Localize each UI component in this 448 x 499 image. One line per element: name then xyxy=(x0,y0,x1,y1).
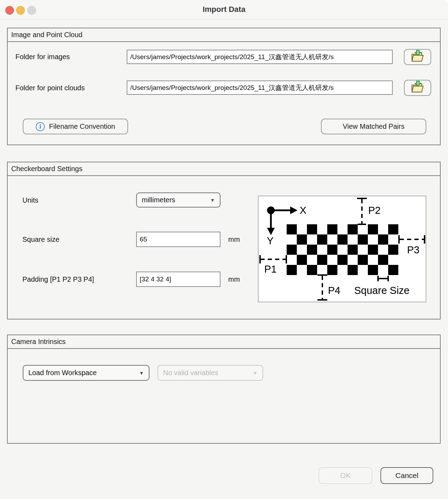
intrinsics-variables-dropdown: No valid variables ▼ xyxy=(158,365,263,381)
checkerboard-pattern xyxy=(287,224,398,275)
folder-point-clouds-input[interactable] xyxy=(127,80,393,95)
p4-label: P4 xyxy=(328,285,340,296)
cancel-button[interactable]: Cancel xyxy=(380,467,433,484)
x-axis-label: X xyxy=(300,205,306,216)
ok-button-label: OK xyxy=(340,471,351,480)
square-size-input[interactable] xyxy=(136,232,220,247)
p2-label: P2 xyxy=(368,205,380,216)
y-axis-label: Y xyxy=(267,235,273,246)
info-icon: i xyxy=(36,122,45,131)
intrinsics-source-dropdown[interactable]: Load from Workspace ▼ xyxy=(23,365,149,381)
open-folder-icon xyxy=(410,81,425,95)
square-size-diagram-label: Square Size xyxy=(354,285,410,296)
section-title-image-and-point-cloud: Image and Point Cloud xyxy=(8,28,440,42)
square-size-label: Square size xyxy=(22,236,59,243)
ok-button: OK xyxy=(318,467,372,484)
y-axis-arrowhead xyxy=(267,228,275,235)
browse-point-clouds-folder-button[interactable] xyxy=(404,80,431,96)
view-matched-pairs-button[interactable]: View Matched Pairs xyxy=(321,119,426,134)
folder-images-label: Folder for images xyxy=(15,53,70,61)
intrinsics-variables-value: No valid variables xyxy=(163,369,218,377)
browse-images-folder-button[interactable] xyxy=(404,49,431,65)
chevron-down-icon: ▼ xyxy=(210,197,215,203)
checkerboard-diagram-svg: X Y P2 P3 P1 xyxy=(259,196,426,302)
x-axis-arrowhead xyxy=(290,206,298,214)
section-checkerboard-settings: Checkerboard Settings Units millimeters … xyxy=(7,162,441,319)
padding-input[interactable] xyxy=(136,272,220,287)
units-dropdown-value: millimeters xyxy=(142,196,175,204)
window-title: Import Data xyxy=(0,5,448,14)
cancel-button-label: Cancel xyxy=(396,471,418,480)
view-matched-pairs-label: View Matched Pairs xyxy=(343,122,404,131)
padding-label: Padding [P1 P2 P3 P4] xyxy=(22,275,94,283)
section-title-camera-intrinsics: Camera Intrinsics xyxy=(8,335,440,349)
chevron-down-icon: ▼ xyxy=(139,370,144,376)
units-label: Units xyxy=(22,196,38,204)
section-camera-intrinsics: Camera Intrinsics Load from Workspace ▼ … xyxy=(7,335,441,444)
open-folder-icon xyxy=(410,50,425,64)
folder-point-clouds-label: Folder for point clouds xyxy=(15,84,85,92)
units-dropdown[interactable]: millimeters ▼ xyxy=(136,192,220,208)
square-size-unit-label: mm xyxy=(228,236,240,243)
import-data-dialog: Import Data Image and Point Cloud Folder… xyxy=(0,0,448,499)
p3-label: P3 xyxy=(407,244,419,255)
checkerboard-diagram: X Y P2 P3 P1 xyxy=(258,196,426,302)
title-bar: Import Data xyxy=(0,0,448,19)
p1-label: P1 xyxy=(264,263,276,275)
folder-images-input[interactable] xyxy=(127,50,393,64)
section-image-and-point-cloud: Image and Point Cloud Folder for images … xyxy=(7,28,441,145)
chevron-down-icon: ▼ xyxy=(253,370,258,376)
filename-convention-button[interactable]: i Filename Convention xyxy=(23,119,128,134)
padding-unit-label: mm xyxy=(228,275,240,283)
section-title-checkerboard-settings: Checkerboard Settings xyxy=(8,162,440,176)
intrinsics-source-value: Load from Workspace xyxy=(28,369,97,377)
filename-convention-label: Filename Convention xyxy=(49,122,115,131)
